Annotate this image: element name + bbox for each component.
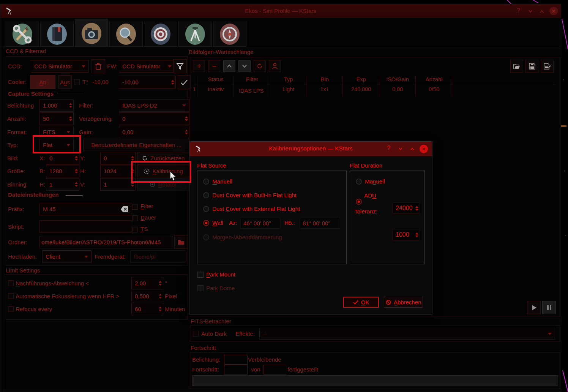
frame-y-spinbox[interactable]: 0 (100, 152, 136, 164)
remote-input[interactable]: /home/pi (130, 250, 186, 263)
column-header-anzahl[interactable]: Anzahl (416, 76, 452, 82)
spin-arrows[interactable] (171, 76, 174, 88)
binning-v-spinbox[interactable]: 1 (100, 178, 136, 191)
folder-input[interactable]: ome/luke/Bilder/ASTRO/2019/TS-Photon6/M4… (39, 236, 173, 248)
remove-job-button[interactable]: − (208, 60, 220, 72)
spin-arrows[interactable] (69, 100, 72, 111)
park-dome-checkbox[interactable] (197, 285, 204, 291)
window-titlebar[interactable]: Ekos - Sim Profile — KStars ? ✕ (0, 4, 561, 18)
table-row[interactable]: 1 Inaktiv IDAS LPS- D2 Light 1x1 240,000… (191, 84, 554, 97)
spin-arrows[interactable] (185, 113, 188, 125)
spin-arrows[interactable] (75, 179, 78, 190)
dialog-titlebar[interactable]: Kalibrierungsoptionen — KStars ? ✕ (189, 142, 432, 156)
maximize-button[interactable] (540, 9, 544, 14)
ok-button[interactable]: OK (343, 297, 379, 308)
sequence-table[interactable]: Status Filter Typ Bin Exp ISO/Gain Anzah… (191, 76, 554, 97)
start-sequence-button[interactable] (527, 301, 541, 314)
spin-arrows[interactable] (185, 126, 188, 138)
spin-arrows[interactable] (159, 277, 162, 289)
dialog-maximize-button[interactable] (410, 147, 415, 151)
clear-text-icon[interactable] (121, 206, 128, 212)
column-header-bin[interactable]: Bin (306, 76, 343, 82)
wall-alt-input[interactable]: 81° 00' 00" (300, 218, 340, 229)
spin-arrows[interactable] (415, 229, 418, 240)
tolerance-spinbox[interactable]: 1000 (393, 229, 420, 240)
save-sequence-button[interactable] (525, 60, 538, 73)
save-sequence-as-button[interactable] (541, 60, 554, 73)
column-header-exp[interactable]: Exp (343, 76, 379, 82)
reset-frame-button[interactable]: Zurücksetzen (137, 152, 189, 164)
tab-scheduler[interactable] (40, 22, 74, 47)
cooler-off-button[interactable]: Aus (58, 75, 72, 89)
prefix-input[interactable]: M 45 (39, 203, 131, 215)
dialog-help-button[interactable]: ? (387, 144, 390, 152)
refocus-spinbox[interactable]: 60 (131, 303, 163, 315)
remove-device-button[interactable] (92, 59, 105, 73)
format-combo[interactable]: FITS (39, 126, 74, 138)
fw-combo[interactable]: CCD Simulator (119, 60, 175, 73)
duration-adu-radio[interactable] (356, 199, 362, 205)
type-combo[interactable]: Flat (39, 139, 74, 151)
calibration-button[interactable]: Kalibrierung (137, 165, 189, 177)
dialog-minimize-button[interactable] (398, 147, 403, 151)
exposure-spinbox[interactable]: 1,000 (39, 99, 74, 112)
tab-guide[interactable] (144, 22, 177, 47)
upload-combo[interactable]: Client (42, 250, 92, 263)
autofocus-hfr-spinbox[interactable]: 0,500 (131, 290, 163, 302)
spin-arrows[interactable] (75, 152, 78, 164)
move-job-up-button[interactable] (223, 60, 235, 72)
help-button[interactable]: ? (517, 7, 520, 14)
spin-arrows[interactable] (415, 203, 418, 213)
size-h-spinbox[interactable]: 1024 (100, 165, 136, 177)
tab-mount[interactable] (178, 22, 212, 47)
add-job-button[interactable]: + (193, 60, 205, 72)
ccd-combo[interactable]: CCD Simulator (31, 60, 89, 73)
filename-ts-checkbox[interactable] (132, 227, 138, 232)
gain-spinbox[interactable]: 0,00 (119, 126, 189, 138)
temperature-checkbox[interactable] (74, 79, 80, 85)
filter-manager-button[interactable] (173, 59, 187, 73)
tab-focus[interactable] (109, 22, 143, 47)
count-spinbox[interactable]: 50 (39, 112, 74, 125)
open-sequence-button[interactable] (510, 60, 523, 73)
tab-setup[interactable] (6, 22, 39, 47)
spin-arrows[interactable] (159, 303, 162, 315)
delay-spinbox[interactable]: 0 (119, 112, 189, 125)
script-input[interactable] (39, 220, 131, 233)
column-header-status[interactable]: Status (197, 76, 234, 82)
dialog-close-button[interactable]: ✕ (420, 145, 428, 153)
tab-capture[interactable] (75, 19, 108, 47)
size-w-spinbox[interactable]: 1280 (46, 165, 79, 177)
cooler-on-button[interactable]: An (30, 75, 55, 89)
column-header-isogain[interactable]: ISO/Gain (379, 76, 416, 82)
guide-deviation-checkbox[interactable] (8, 280, 14, 286)
pause-sequence-button[interactable] (542, 301, 556, 314)
filename-filter-checkbox[interactable] (132, 204, 138, 210)
source-external-radio[interactable] (203, 206, 209, 212)
guide-deviation-spinbox[interactable]: 2,00 (131, 277, 163, 289)
reset-jobs-button[interactable] (254, 60, 266, 72)
close-button[interactable]: ✕ (549, 7, 558, 15)
tab-observatory[interactable] (213, 22, 246, 47)
temperature-spinbox[interactable]: -10,00 (119, 76, 176, 89)
observer-button[interactable] (269, 60, 281, 72)
filename-duration-checkbox[interactable] (132, 215, 138, 221)
duration-manual-radio[interactable] (356, 179, 362, 185)
autofocus-hfr-checkbox[interactable] (8, 293, 14, 299)
park-mount-checkbox[interactable] (197, 272, 204, 278)
set-temperature-button[interactable] (178, 75, 191, 89)
binning-h-spinbox[interactable]: 1 (46, 178, 79, 191)
spin-arrows[interactable] (69, 113, 72, 125)
minimize-button[interactable] (528, 9, 533, 14)
cancel-button[interactable]: Abbrechen (384, 297, 423, 308)
filter-combo[interactable]: IDAS LPS-D2 (119, 99, 189, 112)
frame-x-spinbox[interactable]: 0 (46, 152, 79, 164)
browse-folder-button[interactable] (174, 236, 188, 249)
source-builtin-radio[interactable] (203, 192, 209, 198)
refocus-checkbox[interactable] (8, 306, 14, 312)
column-header-typ[interactable]: Typ (270, 76, 306, 82)
spin-arrows[interactable] (131, 179, 134, 190)
effects-combo[interactable]: -- (259, 328, 555, 340)
spin-arrows[interactable] (75, 165, 78, 177)
move-job-down-button[interactable] (238, 60, 251, 72)
